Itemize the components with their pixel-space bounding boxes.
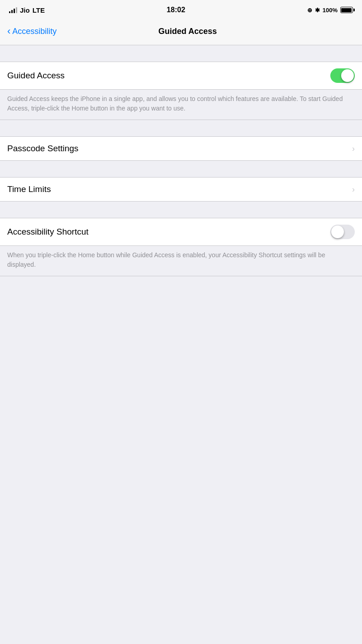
passcode-chevron-icon: › [352, 144, 355, 154]
main-content: Guided Access Guided Access keeps the iP… [0, 45, 362, 453]
spacer-3 [0, 161, 362, 177]
page-title: Guided Access [20, 27, 355, 36]
accessibility-shortcut-description: When you triple-click the Home button wh… [0, 246, 362, 276]
spacer-2 [0, 120, 362, 136]
accessibility-shortcut-row: Accessibility Shortcut [0, 218, 362, 245]
accessibility-shortcut-label: Accessibility Shortcut [7, 227, 89, 237]
network-type-label: LTE [33, 6, 45, 14]
bluetooth-icon: ✱ [315, 7, 320, 14]
passcode-settings-row[interactable]: Passcode Settings › [0, 137, 362, 160]
status-left: Jio LTE [9, 6, 45, 14]
passcode-settings-label: Passcode Settings [7, 144, 78, 154]
back-chevron-icon: ‹ [7, 26, 10, 36]
status-bar: Jio LTE 18:02 ⊕ ✱ 100% [0, 0, 362, 20]
toggle-thumb [341, 69, 354, 82]
time-limits-chevron-icon: › [352, 185, 355, 194]
guided-access-label: Guided Access [7, 71, 65, 81]
time-label: 18:02 [167, 6, 185, 14]
time-limits-section: Time Limits › [0, 177, 362, 202]
accessibility-toggle-thumb [331, 226, 344, 238]
guided-access-row: Guided Access [0, 62, 362, 89]
top-spacer [0, 45, 362, 62]
lock-icon: ⊕ [307, 7, 312, 14]
accessibility-shortcut-toggle[interactable] [330, 225, 355, 239]
guided-access-description: Guided Access keeps the iPhone in a sing… [0, 90, 362, 120]
carrier-label: Jio [20, 6, 30, 14]
guided-access-section: Guided Access [0, 62, 362, 90]
time-limits-label: Time Limits [7, 184, 51, 194]
passcode-settings-section: Passcode Settings › [0, 136, 362, 161]
battery-icon [340, 7, 353, 13]
spacer-4 [0, 202, 362, 218]
nav-header: ‹ Accessibility Guided Access [0, 20, 362, 45]
guided-access-toggle[interactable] [330, 68, 355, 83]
status-right: ⊕ ✱ 100% [307, 7, 353, 14]
signal-bars-icon [9, 7, 17, 13]
time-limits-row[interactable]: Time Limits › [0, 178, 362, 201]
battery-percent-label: 100% [323, 7, 338, 14]
accessibility-shortcut-section: Accessibility Shortcut [0, 218, 362, 246]
